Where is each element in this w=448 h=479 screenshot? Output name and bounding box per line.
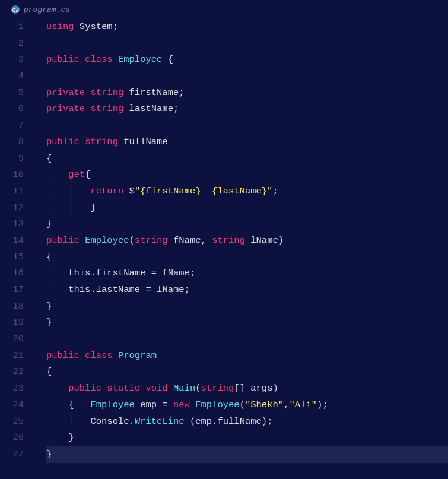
code-line[interactable]: │ { Employee emp = new Employee("Shekh",… (46, 397, 448, 414)
code-line[interactable] (46, 331, 448, 348)
line-number: 22 (0, 364, 24, 380)
code-line[interactable]: public Employee(string fName, string lNa… (46, 233, 448, 249)
line-number: 26 (0, 430, 24, 446)
code-line[interactable]: │ │ Console.WriteLine (emp.fullName); (46, 414, 448, 430)
code-line[interactable]: │ │ } (46, 200, 448, 217)
line-number: 4 (0, 68, 24, 85)
code-line[interactable]: public string fullName (46, 134, 448, 151)
code-line[interactable]: │ get{ (46, 167, 448, 183)
code-line[interactable]: │ } (46, 430, 448, 446)
line-number: 3 (0, 52, 24, 68)
line-number: 14 (0, 233, 24, 249)
line-number: 13 (0, 216, 24, 233)
line-number: 11 (0, 183, 24, 200)
line-number: 6 (0, 101, 24, 118)
line-number: 20 (0, 331, 24, 348)
csharp-icon: C# (11, 5, 20, 14)
line-number: 24 (0, 397, 24, 414)
code-line[interactable] (46, 36, 448, 52)
code-line[interactable]: } (46, 299, 448, 315)
code-line[interactable] (46, 68, 448, 85)
line-number-gutter: 1234567891011121314151617181920212223242… (0, 19, 34, 479)
code-line[interactable]: │ this.lastName = lName; (46, 282, 448, 299)
tab-bar: C# program.cs (0, 0, 448, 19)
line-number: 23 (0, 380, 24, 397)
code-line[interactable]: private string firstName; (46, 85, 448, 101)
code-line[interactable]: public class Employee { (46, 52, 448, 68)
line-number: 2 (0, 36, 24, 52)
line-number: 9 (0, 151, 24, 167)
code-editor[interactable]: 1234567891011121314151617181920212223242… (0, 19, 448, 479)
line-number: 21 (0, 348, 24, 364)
line-number: 25 (0, 414, 24, 430)
code-line[interactable]: private string lastName; (46, 101, 448, 118)
line-number: 8 (0, 134, 24, 151)
line-number: 16 (0, 265, 24, 282)
line-number: 17 (0, 282, 24, 299)
line-number: 18 (0, 299, 24, 315)
code-line[interactable]: public class Program (46, 348, 448, 364)
code-area[interactable]: using System;public class Employee {priv… (34, 19, 448, 479)
code-line[interactable]: } (46, 446, 448, 463)
code-line[interactable]: using System; (46, 19, 448, 36)
line-number: 27 (0, 446, 24, 463)
code-line[interactable]: } (46, 216, 448, 233)
line-number: 5 (0, 85, 24, 101)
line-number: 1 (0, 19, 24, 36)
file-tab-label: program.cs (24, 5, 70, 14)
line-number: 7 (0, 118, 24, 134)
line-number: 19 (0, 315, 24, 331)
code-line[interactable]: { (46, 151, 448, 167)
code-line[interactable]: } (46, 315, 448, 331)
line-number: 12 (0, 200, 24, 217)
code-line[interactable]: { (46, 249, 448, 266)
file-tab[interactable]: C# program.cs (5, 2, 76, 17)
line-number: 10 (0, 167, 24, 183)
line-number: 15 (0, 249, 24, 266)
code-line[interactable]: │ │ return $"{firstName} {lastName}"; (46, 183, 448, 200)
code-line[interactable]: │ this.firstName = fName; (46, 265, 448, 282)
code-line[interactable]: { (46, 364, 448, 380)
svg-text:C#: C# (12, 7, 19, 13)
code-line[interactable] (46, 118, 448, 134)
code-line[interactable]: │ public static void Main(string[] args) (46, 380, 448, 397)
